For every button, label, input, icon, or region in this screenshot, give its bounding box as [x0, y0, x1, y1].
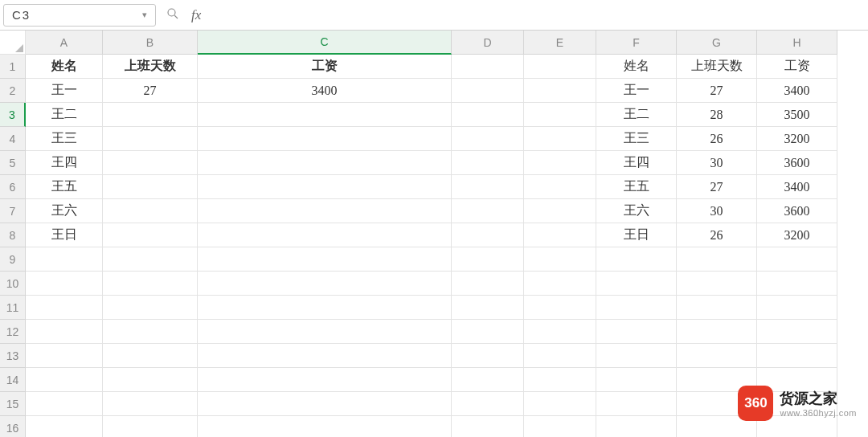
- cell-B4[interactable]: [103, 127, 198, 151]
- cell[interactable]: [198, 392, 452, 416]
- row-header[interactable]: 14: [0, 368, 26, 392]
- cell[interactable]: [596, 296, 677, 320]
- cell[interactable]: [452, 247, 524, 272]
- cell[interactable]: [452, 344, 524, 368]
- row-header[interactable]: 15: [0, 392, 26, 416]
- cell[interactable]: [26, 344, 103, 368]
- cell-E5[interactable]: [524, 151, 596, 175]
- cell[interactable]: [26, 272, 103, 296]
- cell[interactable]: [524, 344, 596, 368]
- cell-F3[interactable]: 王二: [596, 103, 677, 127]
- cell-C2[interactable]: 3400: [198, 79, 452, 103]
- cell-F7[interactable]: 王六: [596, 199, 677, 223]
- cell[interactable]: [452, 416, 524, 437]
- cell[interactable]: [26, 416, 103, 437]
- cell-G5[interactable]: 30: [677, 151, 757, 175]
- cell-C6[interactable]: [198, 175, 452, 199]
- cell[interactable]: [26, 320, 103, 344]
- row-header[interactable]: 10: [0, 272, 26, 296]
- cell-D6[interactable]: [452, 175, 524, 199]
- cell-F2[interactable]: 王一: [596, 79, 677, 103]
- cell-C5[interactable]: [198, 151, 452, 175]
- cell-G6[interactable]: 27: [677, 175, 757, 199]
- cell-F4[interactable]: 王三: [596, 127, 677, 151]
- zoom-icon[interactable]: [166, 6, 180, 24]
- cell[interactable]: [26, 368, 103, 392]
- cell-G7[interactable]: 30: [677, 199, 757, 223]
- cell-F5[interactable]: 王四: [596, 151, 677, 175]
- cell[interactable]: [452, 272, 524, 296]
- cell[interactable]: [103, 344, 198, 368]
- cell[interactable]: [198, 296, 452, 320]
- row-header[interactable]: 9: [0, 247, 26, 272]
- cell-A4[interactable]: 王三: [26, 127, 103, 151]
- cell-C8[interactable]: [198, 223, 452, 247]
- cell[interactable]: [524, 296, 596, 320]
- cell-D2[interactable]: [452, 79, 524, 103]
- cell-E3[interactable]: [524, 103, 596, 127]
- cell[interactable]: [26, 247, 103, 272]
- cell-D1[interactable]: [452, 55, 524, 79]
- cell[interactable]: [757, 320, 837, 344]
- cell-C4[interactable]: [198, 127, 452, 151]
- cell-A5[interactable]: 王四: [26, 151, 103, 175]
- cell[interactable]: [198, 416, 452, 437]
- cell-E2[interactable]: [524, 79, 596, 103]
- cell[interactable]: [452, 320, 524, 344]
- col-header-D[interactable]: D: [452, 31, 524, 55]
- cell-F8[interactable]: 王日: [596, 223, 677, 247]
- cell-A8[interactable]: 王日: [26, 223, 103, 247]
- cell[interactable]: [596, 320, 677, 344]
- cell-H8[interactable]: 3200: [757, 223, 837, 247]
- cell-H3[interactable]: 3500: [757, 103, 837, 127]
- cell[interactable]: [677, 320, 757, 344]
- cell-C3[interactable]: [198, 103, 452, 127]
- cell[interactable]: [596, 344, 677, 368]
- cell-D4[interactable]: [452, 127, 524, 151]
- dropdown-icon[interactable]: ▾: [142, 10, 149, 20]
- row-header[interactable]: 12: [0, 320, 26, 344]
- formula-input[interactable]: [211, 4, 865, 27]
- cell[interactable]: [26, 392, 103, 416]
- col-header-F[interactable]: F: [596, 31, 677, 55]
- cell[interactable]: [198, 320, 452, 344]
- cell[interactable]: [757, 344, 837, 368]
- col-header-A[interactable]: A: [26, 31, 103, 55]
- cell-E4[interactable]: [524, 127, 596, 151]
- cell-H4[interactable]: 3200: [757, 127, 837, 151]
- cell[interactable]: [198, 344, 452, 368]
- cell[interactable]: [524, 272, 596, 296]
- cell[interactable]: [596, 416, 677, 437]
- cell-H6[interactable]: 3400: [757, 175, 837, 199]
- cell-B2[interactable]: 27: [103, 79, 198, 103]
- cell[interactable]: [103, 392, 198, 416]
- cell-A1[interactable]: 姓名: [26, 55, 103, 79]
- row-header[interactable]: 11: [0, 296, 26, 320]
- cell-E6[interactable]: [524, 175, 596, 199]
- row-header[interactable]: 16: [0, 416, 26, 437]
- cell-H7[interactable]: 3600: [757, 199, 837, 223]
- cell[interactable]: [103, 247, 198, 272]
- cell[interactable]: [524, 320, 596, 344]
- cell-B1[interactable]: 上班天数: [103, 55, 198, 79]
- cell-A7[interactable]: 王六: [26, 199, 103, 223]
- cell-A6[interactable]: 王五: [26, 175, 103, 199]
- cell-B6[interactable]: [103, 175, 198, 199]
- cell[interactable]: [596, 247, 677, 272]
- cell[interactable]: [103, 416, 198, 437]
- cell[interactable]: [198, 247, 452, 272]
- cell[interactable]: [103, 320, 198, 344]
- row-header[interactable]: 1: [0, 55, 26, 79]
- cell[interactable]: [677, 296, 757, 320]
- cell[interactable]: [677, 247, 757, 272]
- cell-E8[interactable]: [524, 223, 596, 247]
- cell[interactable]: [757, 296, 837, 320]
- row-header[interactable]: 6: [0, 175, 26, 199]
- col-header-C[interactable]: C: [198, 31, 452, 55]
- cell[interactable]: [452, 392, 524, 416]
- cell[interactable]: [103, 368, 198, 392]
- cell-C7[interactable]: [198, 199, 452, 223]
- cell[interactable]: [524, 416, 596, 437]
- cell-A3[interactable]: 王二: [26, 103, 103, 127]
- row-header[interactable]: 4: [0, 127, 26, 151]
